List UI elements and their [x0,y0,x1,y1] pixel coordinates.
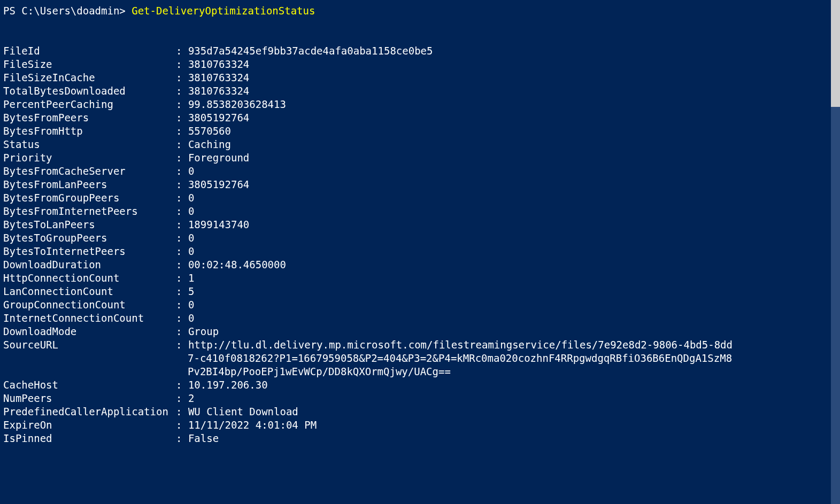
prop-value: WU Client Download [188,405,298,418]
prop-row: DownloadDuration: 00:02:48.4650000 [3,258,837,272]
prop-key: BytesToInternetPeers [3,245,176,258]
prop-row: Status: Caching [3,138,837,151]
prop-value: False [188,432,219,445]
prop-row: Priority: Foreground [3,151,837,165]
prop-value-continuation: 7-c410f0818262?P1=1667959058&P2=404&P3=2… [3,352,837,365]
prop-key: BytesFromInternetPeers [3,205,176,218]
prop-value: 0 [188,231,194,245]
prop-key: HttpConnectionCount [3,272,176,285]
prop-row: SourceURL: http://tlu.dl.delivery.mp.mic… [3,338,837,352]
prop-key: BytesFromGroupPeers [3,191,176,205]
prop-value: 3810763324 [188,84,249,98]
prop-value: 0 [188,312,194,325]
prop-key: TotalBytesDownloaded [3,84,176,98]
prop-value: 10.197.206.30 [188,378,268,392]
prop-key: LanConnectionCount [3,285,176,298]
prop-value: Foreground [188,151,249,165]
prop-key: PercentPeerCaching [3,98,176,111]
prop-value: 0 [188,191,194,205]
prompt-command: Get-DeliveryOptimizationStatus [132,5,315,17]
prop-key: Priority [3,151,176,165]
prop-value: 3805192764 [188,178,249,191]
prop-key: Status [3,138,176,151]
prop-key: PredefinedCallerApplication [3,405,176,418]
prop-row: DownloadMode: Group [3,325,837,338]
prop-row: FileSize: 3810763324 [3,58,837,71]
prop-key: FileSize [3,58,176,71]
prop-value: 2 [188,392,194,405]
prop-row: NumPeers: 2 [3,392,837,405]
prop-value: http://tlu.dl.delivery.mp.microsoft.com/… [188,338,733,352]
prop-value: 0 [188,298,194,312]
prop-value: 00:02:48.4650000 [188,258,286,272]
prop-value-continuation: Pv2BI4bp/PooEPj1wEvWCp/DD8kQXOrmQjwy/UAC… [3,365,837,378]
prop-value: 5 [188,285,194,298]
prop-value: 11/11/2022 4:01:04 PM [188,418,317,432]
prop-row: BytesToGroupPeers: 0 [3,231,837,245]
prop-key: GroupConnectionCount [3,298,176,312]
prop-key: BytesFromLanPeers [3,178,176,191]
prop-row: InternetConnectionCount: 0 [3,312,837,325]
prop-key: BytesFromCacheServer [3,165,176,178]
prop-key: DownloadDuration [3,258,176,272]
prop-value: Caching [188,138,231,151]
prop-key: CacheHost [3,378,176,392]
prop-row: BytesFromLanPeers: 3805192764 [3,178,837,191]
prop-key: DownloadMode [3,325,176,338]
prop-key: FileId [3,44,176,58]
prop-key: BytesFromHttp [3,125,176,138]
command-output: FileId: 935d7a54245ef9bb37acde4afa0aba11… [3,44,837,445]
prop-key: InternetConnectionCount [3,312,176,325]
prop-key: IsPinned [3,432,176,445]
prop-key: BytesToGroupPeers [3,231,176,245]
prop-key: BytesToLanPeers [3,218,176,231]
prop-value: 5570560 [188,125,231,138]
prop-row: TotalBytesDownloaded: 3810763324 [3,84,837,98]
prop-row: PercentPeerCaching: 99.8538203628413 [3,98,837,111]
prop-row: BytesToInternetPeers: 0 [3,245,837,258]
prop-value: 1899143740 [188,218,249,231]
prop-value: 0 [188,165,194,178]
prop-key: BytesFromPeers [3,111,176,125]
prop-value: 3805192764 [188,111,249,125]
prop-row: BytesFromCacheServer: 0 [3,165,837,178]
prop-row: ExpireOn: 11/11/2022 4:01:04 PM [3,418,837,432]
prop-value: 0 [188,245,194,258]
prop-row: CacheHost: 10.197.206.30 [3,378,837,392]
prop-row: HttpConnectionCount: 1 [3,272,837,285]
prop-row: BytesFromHttp: 5570560 [3,125,837,138]
prop-key: NumPeers [3,392,176,405]
prop-value: 99.8538203628413 [188,98,286,111]
prop-value: 3810763324 [188,71,249,84]
prop-value: 0 [188,205,194,218]
prop-value: 1 [188,272,194,285]
prop-row: GroupConnectionCount: 0 [3,298,837,312]
prop-row: BytesFromGroupPeers: 0 [3,191,837,205]
prop-value: Group [188,325,219,338]
scrollbar-thumb[interactable] [831,0,840,107]
prop-row: BytesFromInternetPeers: 0 [3,205,837,218]
prompt-prefix: PS C:\Users\doadmin> [3,5,132,17]
prop-row: BytesToLanPeers: 1899143740 [3,218,837,231]
prop-row: FileSizeInCache: 3810763324 [3,71,837,84]
prompt-line[interactable]: PS C:\Users\doadmin> Get-DeliveryOptimiz… [3,4,837,18]
prop-key: FileSizeInCache [3,71,176,84]
prop-row: PredefinedCallerApplication: WU Client D… [3,405,837,418]
scrollbar-track[interactable] [831,0,840,504]
prop-value: 3810763324 [188,58,249,71]
prop-key: SourceURL [3,338,176,352]
prop-row: BytesFromPeers: 3805192764 [3,111,837,125]
prop-row: FileId: 935d7a54245ef9bb37acde4afa0aba11… [3,44,837,58]
prop-row: LanConnectionCount: 5 [3,285,837,298]
prop-value: 935d7a54245ef9bb37acde4afa0aba1158ce0be5 [188,44,433,58]
prop-key: ExpireOn [3,418,176,432]
prop-row: IsPinned: False [3,432,837,445]
